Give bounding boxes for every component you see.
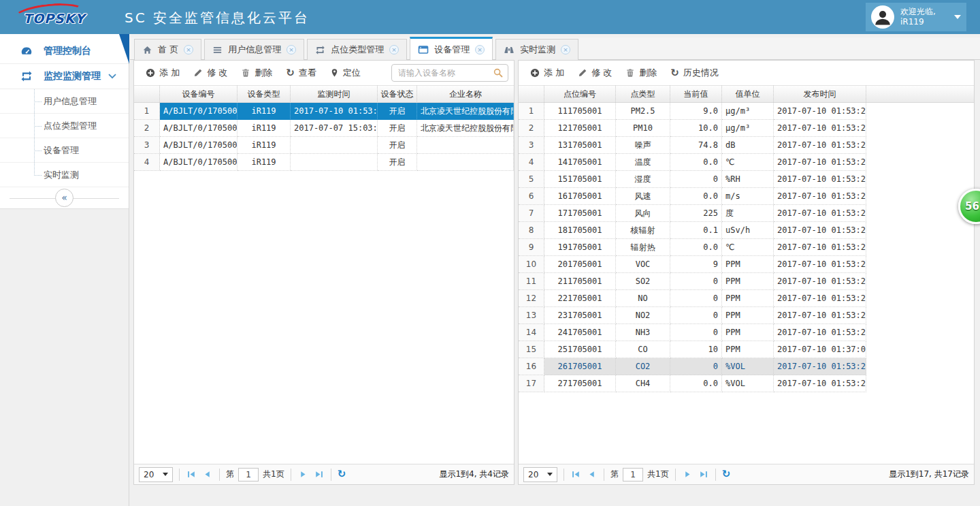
close-icon[interactable] — [389, 45, 399, 54]
top-header: TOPSKY SC 安全监管信息化云平台 欢迎光临, iR119 — [0, 0, 980, 34]
last-page-button[interactable] — [313, 469, 325, 480]
dashboard-icon — [20, 45, 33, 57]
cell-value-unit: m/s — [722, 188, 774, 205]
cell-point-type: 噪声 — [616, 137, 670, 154]
tab-user-info[interactable]: 用户信息管理 — [204, 39, 304, 60]
sidebar-item-realtime[interactable]: 实时监测 — [0, 163, 129, 187]
cell-point-id: 171705001 — [544, 205, 616, 222]
table-row[interactable]: 1111705001PM2.59.0μg/m³2017-07-10 01:53:… — [519, 103, 974, 120]
cell-point-id: 141705001 — [544, 154, 616, 171]
page-size-select[interactable]: 20 — [523, 467, 557, 482]
page-number-input[interactable] — [623, 468, 643, 481]
close-icon[interactable] — [475, 45, 485, 54]
cell-device-status: 开启 — [378, 137, 417, 154]
tab-home[interactable]: 首 页 — [134, 39, 201, 60]
table-row[interactable]: 5151705001湿度0%RH2017-07-10 01:53:22 — [519, 171, 974, 188]
page-size-select[interactable]: 20 — [139, 467, 173, 482]
cell-current-value: 225 — [670, 205, 722, 222]
table-row[interactable]: 10201705001VOC9PPM2017-07-10 01:53:22 — [519, 256, 974, 273]
history-button[interactable]: ↻ 历史情况 — [664, 63, 725, 82]
table-row[interactable]: 3131705001噪声74.8dB2017-07-10 01:53:22 — [519, 137, 974, 154]
table-row[interactable]: 6161705001风速0.0m/s2017-07-10 01:53:21 — [519, 188, 974, 205]
col-enterprise[interactable]: 企业名称 — [417, 86, 514, 103]
table-row[interactable]: 2A/BJLT/0/1705002iR1192017-07-07 15:03:0… — [134, 120, 514, 137]
sidebar-item-device-mgmt[interactable]: 设备管理 — [0, 138, 129, 163]
locate-button[interactable]: 定位 — [324, 63, 367, 82]
table-row[interactable]: 8181705001核辐射0.1uSv/h2017-07-10 01:53:21 — [519, 222, 974, 239]
table-row[interactable]: 15251705001CO10PPM2017-07-10 01:37:01 — [519, 341, 974, 358]
view-button[interactable]: ↻ 查看 — [280, 63, 323, 82]
close-icon[interactable] — [287, 45, 296, 54]
sync-icon — [20, 70, 33, 82]
sidebar-item-point-type[interactable]: 点位类型管理 — [0, 114, 129, 138]
cell-device-type: iR119 — [238, 103, 291, 120]
table-row[interactable]: 1A/BJLT/0/1705001iR1192017-07-10 01:53:2… — [134, 103, 514, 120]
table-row[interactable]: 14241705001NH30PPM2017-07-10 01:53:21 — [519, 324, 974, 341]
sidebar-item-user-info[interactable]: 用户信息管理 — [0, 89, 129, 114]
prev-page-button[interactable] — [586, 469, 598, 480]
pencil-icon — [578, 68, 587, 78]
first-page-button[interactable] — [186, 469, 197, 480]
table-row[interactable]: 12221705001NO0PPM2017-07-10 01:53:21 — [519, 290, 974, 307]
table-row[interactable]: 7171705001风向225度2017-07-10 01:53:21 — [519, 205, 974, 222]
col-value-unit[interactable]: 值单位 — [722, 86, 774, 103]
col-device-type[interactable]: 设备类型 — [238, 86, 291, 103]
col-current-value[interactable]: 当前值 — [670, 86, 722, 103]
table-row[interactable]: 17271705001CH40.0%VOL2017-07-10 01:53:21 — [519, 375, 974, 392]
table-row[interactable]: 2121705001PM1010.0μg/m³2017-07-10 01:53:… — [519, 120, 974, 137]
first-page-button[interactable] — [570, 469, 582, 480]
collapse-sidebar-button[interactable]: « — [55, 189, 74, 207]
row-number: 13 — [519, 307, 544, 324]
prev-page-button[interactable] — [201, 469, 213, 480]
add-button[interactable]: 添 加 — [140, 63, 186, 82]
user-menu[interactable]: 欢迎光临, iR119 — [866, 3, 966, 31]
sidebar-item-monitor-group[interactable]: 监控监测管理 — [0, 64, 129, 89]
table-row[interactable]: 13231705001NO20PPM2017-07-10 01:53:22 — [519, 307, 974, 324]
tab-point-type[interactable]: 点位类型管理 — [307, 39, 407, 60]
table-row[interactable]: 11211705001SO20PPM2017-07-10 01:53:22 — [519, 273, 974, 290]
edit-button[interactable]: 修 改 — [572, 63, 618, 82]
delete-button[interactable]: 删除 — [235, 63, 278, 82]
topsky-logo[interactable]: TOPSKY — [16, 5, 98, 29]
edit-button[interactable]: 修 改 — [187, 63, 233, 82]
chevron-down-icon[interactable] — [108, 74, 116, 79]
refresh-icon[interactable]: ↻ — [722, 469, 731, 479]
row-number: 11 — [519, 273, 544, 290]
col-publish-time[interactable]: 发布时间 — [774, 86, 866, 103]
table-row[interactable]: 4141705001温度0.0℃2017-07-10 01:53:22 — [519, 154, 974, 171]
page-number-input[interactable] — [238, 468, 259, 481]
delete-button[interactable]: 删除 — [619, 63, 663, 82]
chevron-down-icon[interactable] — [954, 15, 961, 19]
col-device-id[interactable]: 设备编号 — [160, 86, 238, 103]
search-input[interactable] — [391, 64, 508, 82]
button-label: 查看 — [299, 67, 316, 79]
tab-label: 首 页 — [158, 44, 178, 56]
next-page-button[interactable] — [297, 469, 309, 480]
cell-point-type: CO2 — [616, 358, 670, 375]
search-icon[interactable] — [493, 67, 504, 78]
close-icon[interactable] — [184, 45, 193, 54]
refresh-icon[interactable]: ↻ — [338, 469, 346, 479]
col-point-id[interactable]: 点位编号 — [544, 86, 616, 103]
add-button[interactable]: 添 加 — [524, 63, 570, 82]
sidebar-item-label: 用户信息管理 — [44, 95, 97, 108]
avatar[interactable] — [871, 5, 894, 29]
table-row[interactable]: 4A/BJLT/0/1705004iR119开启 — [134, 154, 514, 171]
table-row[interactable]: 3A/BJLT/0/1705003iR119开启 — [134, 137, 514, 154]
tab-device-mgmt[interactable]: 设备管理 — [410, 37, 493, 60]
tab-realtime[interactable]: 实时监测 — [495, 39, 578, 60]
table-row[interactable]: 9191705001辐射热0.0℃2017-07-10 01:53:21 — [519, 239, 974, 256]
close-icon[interactable] — [561, 45, 570, 54]
cell-point-id: 241705001 — [544, 324, 616, 341]
next-page-button[interactable] — [682, 469, 693, 480]
col-device-status[interactable]: 设备状态 — [378, 86, 417, 103]
table-row[interactable]: 16261705001CO20%VOL2017-07-10 01:53:22 — [519, 358, 974, 375]
col-point-type[interactable]: 点类型 — [616, 86, 670, 103]
cell-value-unit: 度 — [722, 205, 774, 222]
col-monitor-time[interactable]: 监测时间 — [291, 86, 378, 103]
cell-monitor-time — [291, 154, 378, 171]
sidebar-item-console[interactable]: 管理控制台 — [0, 39, 129, 64]
cell-point-type: CO — [616, 341, 670, 358]
last-page-button[interactable] — [698, 469, 709, 480]
cell-device-id: A/BJLT/0/1705004 — [160, 154, 238, 171]
